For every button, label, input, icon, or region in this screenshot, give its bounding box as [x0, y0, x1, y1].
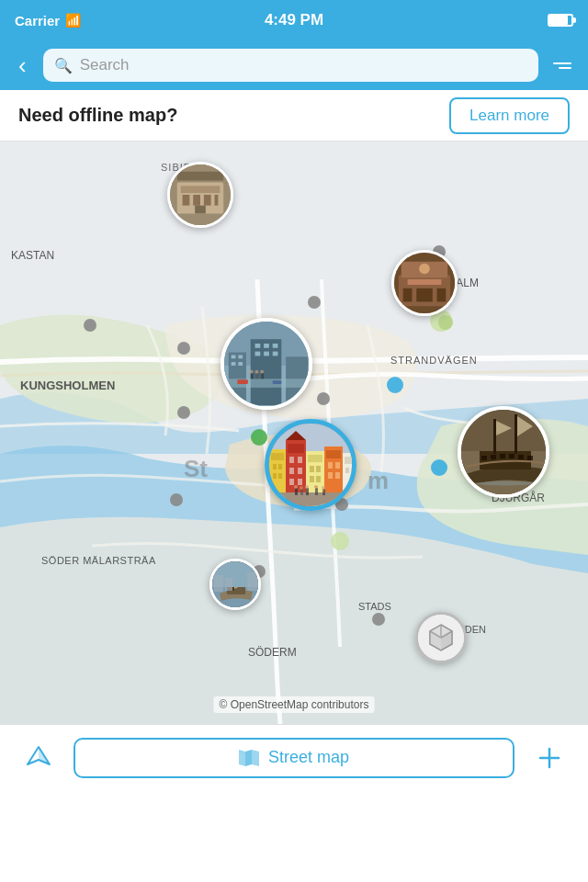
back-button[interactable]: ‹ [11, 50, 34, 81]
filter-button[interactable] [548, 59, 577, 73]
svg-rect-123 [500, 454, 505, 458]
svg-marker-145 [239, 750, 245, 766]
svg-rect-85 [298, 479, 302, 485]
svg-rect-89 [310, 466, 314, 472]
svg-point-112 [314, 485, 318, 489]
poi-gamla-stan[interactable] [265, 419, 356, 511]
svg-rect-60 [273, 352, 278, 356]
svg-rect-53 [232, 362, 236, 366]
filter-icon-line2 [559, 67, 571, 69]
svg-point-111 [305, 485, 309, 489]
svg-rect-121 [481, 456, 487, 460]
svg-text:SÖDER MÄLARSTRÄA: SÖDER MÄLARSTRÄA [41, 555, 156, 566]
svg-point-45 [419, 264, 430, 275]
location-button[interactable] [18, 738, 59, 778]
svg-rect-108 [322, 489, 325, 495]
svg-rect-91 [310, 476, 314, 482]
svg-rect-43 [416, 288, 432, 302]
svg-rect-126 [527, 456, 533, 460]
svg-rect-134 [225, 578, 232, 591]
poi-vasa-museum[interactable] [458, 406, 549, 498]
poi-shopping-mall[interactable] [167, 162, 233, 228]
svg-point-109 [294, 485, 298, 489]
street-map-label: Street map [268, 748, 349, 767]
svg-rect-118 [514, 414, 517, 454]
offline-banner: Need offline map? Learn more [0, 90, 588, 141]
svg-text:KASTAN: KASTAN [11, 249, 54, 262]
svg-rect-62 [237, 379, 248, 384]
svg-rect-92 [316, 476, 321, 482]
svg-rect-52 [238, 355, 243, 358]
poi-harbor[interactable] [209, 559, 261, 610]
svg-point-68 [255, 370, 259, 374]
svg-rect-100 [345, 457, 352, 464]
svg-rect-56 [264, 344, 269, 348]
svg-point-26 [387, 377, 403, 393]
poi-3d-view[interactable] [415, 612, 467, 663]
svg-rect-90 [316, 466, 321, 472]
svg-rect-32 [183, 195, 190, 206]
carrier-label: Carrier [15, 13, 60, 28]
search-placeholder: Search [80, 56, 130, 74]
offline-text: Need offline map? [18, 105, 435, 126]
svg-rect-101 [345, 468, 349, 473]
svg-marker-147 [252, 750, 259, 766]
plus-icon [537, 745, 562, 771]
svg-rect-41 [408, 279, 442, 285]
svg-point-3 [331, 532, 349, 550]
svg-point-110 [300, 486, 303, 490]
svg-rect-95 [328, 462, 333, 469]
status-bar: Carrier 📶 4:49 PM [0, 0, 588, 40]
svg-rect-122 [491, 455, 496, 459]
svg-rect-73 [271, 453, 284, 460]
svg-point-113 [322, 486, 325, 490]
svg-rect-35 [215, 195, 219, 206]
svg-point-2 [438, 315, 453, 330]
status-bar-left: Carrier 📶 [15, 13, 81, 28]
svg-text:m: m [368, 467, 389, 494]
3d-box-icon [424, 621, 458, 654]
svg-point-22 [170, 493, 183, 506]
svg-point-18 [308, 296, 321, 309]
svg-rect-42 [403, 288, 413, 302]
svg-rect-76 [273, 473, 277, 479]
add-button[interactable] [529, 738, 570, 778]
battery-icon [548, 14, 573, 27]
poi-city-building[interactable] [220, 318, 312, 410]
map-area[interactable]: SIBIRIEN KASTAN KUNGSHOLMEN ÖSTERMALM ST… [0, 141, 588, 724]
svg-rect-31 [181, 186, 220, 193]
svg-rect-66 [261, 373, 264, 379]
svg-rect-105 [300, 489, 303, 495]
svg-rect-88 [308, 455, 322, 462]
svg-rect-84 [289, 479, 294, 485]
svg-rect-77 [278, 473, 282, 479]
svg-rect-107 [315, 488, 318, 495]
filter-icon-line1 [553, 62, 571, 64]
svg-rect-61 [224, 379, 309, 388]
svg-text:KUNGSHOLMEN: KUNGSHOLMEN [20, 379, 115, 392]
svg-rect-34 [204, 195, 211, 206]
svg-rect-63 [273, 380, 282, 384]
svg-text:STADS: STADS [358, 601, 391, 612]
svg-rect-125 [518, 455, 524, 459]
street-map-button[interactable]: Street map [74, 738, 514, 778]
learn-more-button[interactable]: Learn more [449, 97, 570, 134]
svg-point-21 [317, 392, 330, 405]
poi-restaurant[interactable] [391, 250, 458, 316]
svg-rect-80 [289, 457, 294, 463]
svg-rect-74 [273, 464, 277, 469]
svg-rect-82 [289, 468, 294, 474]
map-attribution: © OpenStreetMap contributors [214, 696, 375, 713]
svg-rect-124 [509, 454, 514, 458]
status-bar-time: 4:49 PM [265, 11, 323, 29]
svg-rect-133 [214, 575, 223, 592]
bottom-bar: Street map [0, 724, 588, 790]
map-icon [239, 750, 259, 766]
location-arrow-icon [25, 744, 52, 772]
svg-rect-104 [295, 488, 298, 495]
svg-point-69 [260, 370, 264, 374]
svg-point-16 [177, 342, 190, 355]
svg-point-20 [177, 406, 190, 419]
svg-rect-79 [288, 444, 304, 453]
search-bar[interactable]: 🔍 Search [43, 49, 538, 82]
